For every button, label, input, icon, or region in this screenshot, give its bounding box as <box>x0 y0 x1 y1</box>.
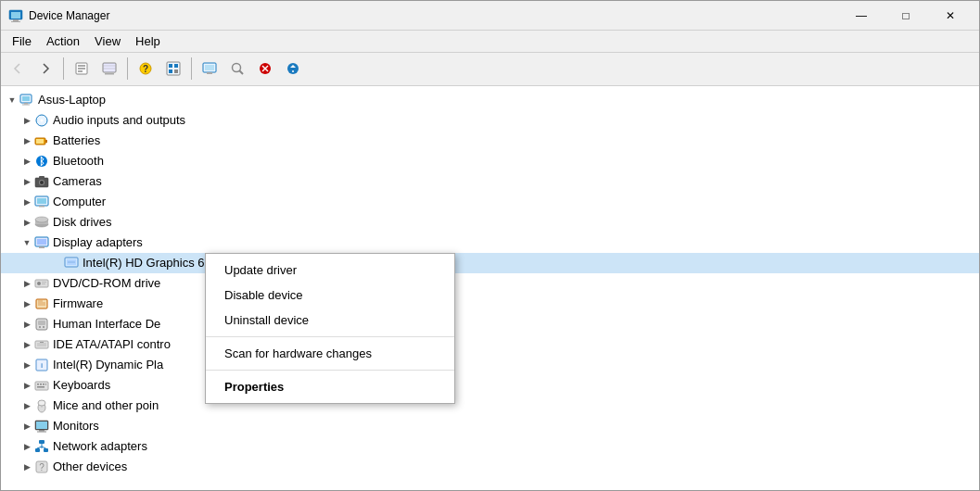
toolbar-update-button[interactable] <box>280 56 306 82</box>
tree-root[interactable]: ▼ Asus-Laptop <box>1 90 979 110</box>
ide-icon <box>34 337 49 352</box>
menu-view[interactable]: View <box>87 31 128 52</box>
svg-rect-61 <box>42 283 45 284</box>
context-menu-scan-hardware[interactable]: Scan for hardware changes <box>206 341 454 366</box>
expand-icon-bluetooth[interactable]: ▶ <box>19 154 34 169</box>
device-tree[interactable]: ▼ Asus-Laptop ▶ <box>1 86 979 490</box>
svg-point-68 <box>39 326 41 328</box>
svg-rect-88 <box>39 440 45 444</box>
monitor-icon <box>34 419 49 434</box>
tree-item-keyboards[interactable]: ▶ Keyboards <box>1 375 979 396</box>
toolbar-remove-button[interactable] <box>252 56 278 82</box>
firmware-icon <box>34 296 49 311</box>
svg-rect-16 <box>174 64 178 68</box>
svg-line-23 <box>239 70 243 74</box>
svg-rect-15 <box>169 64 172 68</box>
context-menu-uninstall-device[interactable]: Uninstall device <box>206 308 454 333</box>
tree-item-display[interactable]: ▼ Display adapters <box>1 233 979 253</box>
tree-item-intel-dyn[interactable]: ▶ i Intel(R) Dynamic Pla <box>1 355 979 375</box>
expand-icon-audio[interactable]: ▶ <box>19 113 34 128</box>
bluetooth-icon: ᛒ <box>34 154 49 169</box>
svg-point-44 <box>40 181 44 184</box>
disk-icon <box>34 215 49 230</box>
expand-icon-cameras[interactable]: ▶ <box>19 174 34 189</box>
expand-icon-mice[interactable]: ▶ <box>19 398 34 413</box>
svg-rect-76 <box>37 384 39 385</box>
toolbar-properties-button[interactable] <box>69 56 95 82</box>
tree-item-computer[interactable]: ▶ Computer <box>1 192 979 212</box>
tree-item-bluetooth[interactable]: ▶ ᛒ Bluetooth <box>1 151 979 171</box>
toolbar-show-devices-button[interactable] <box>197 56 223 82</box>
tree-label-ide: IDE ATA/ATAPI contro <box>53 337 171 351</box>
toolbar-resources-button[interactable] <box>160 56 186 82</box>
toolbar-sep-1 <box>63 57 64 80</box>
tree-item-network[interactable]: ▶ Network adapters <box>1 436 979 457</box>
context-menu-properties[interactable]: Properties <box>206 374 454 399</box>
expand-icon-display[interactable]: ▼ <box>19 235 34 250</box>
maximize-button[interactable]: □ <box>885 1 927 31</box>
tree-item-audio[interactable]: ▶ Audio inputs and outputs <box>1 110 979 131</box>
svg-rect-39 <box>36 139 44 144</box>
expand-icon-intel-dyn[interactable]: ▶ <box>19 358 34 372</box>
tree-label-audio: Audio inputs and outputs <box>53 113 185 127</box>
tree-item-disk[interactable]: ▶ Disk drives <box>1 212 979 233</box>
tree-label-intel-dyn: Intel(R) Dynamic Pla <box>53 358 163 371</box>
tree-item-other[interactable]: ▶ ? Other devices <box>1 457 979 477</box>
expand-icon-firmware[interactable]: ▶ <box>19 296 34 311</box>
expand-icon-monitors[interactable]: ▶ <box>19 419 34 434</box>
svg-rect-1 <box>11 12 20 19</box>
svg-rect-67 <box>38 321 45 325</box>
expand-icon-keyboards[interactable]: ▶ <box>19 378 34 393</box>
tree-item-dvd[interactable]: ▶ DVD/CD-ROM drive <box>1 273 979 294</box>
tree-item-mice[interactable]: ▶ Mice and other poin <box>1 396 979 416</box>
tree-item-ide[interactable]: ▶ IDE ATA/ATAPI contro <box>1 334 979 355</box>
camera-icon <box>34 174 49 189</box>
toolbar-help-button[interactable]: ? <box>133 56 159 82</box>
svg-rect-47 <box>37 198 46 204</box>
expand-icon-other[interactable]: ▶ <box>19 460 34 474</box>
toolbar-scan-button[interactable] <box>224 56 250 82</box>
expand-icon-dvd[interactable]: ▶ <box>19 276 34 291</box>
svg-rect-72 <box>40 342 44 343</box>
context-menu-sep-2 <box>206 370 454 371</box>
forward-button[interactable] <box>32 56 58 82</box>
svg-rect-3 <box>11 21 20 22</box>
menu-help[interactable]: Help <box>128 31 168 52</box>
device-manager-window: Device Manager — □ ✕ File Action View He… <box>0 0 980 491</box>
intel-platform-icon: i <box>34 358 49 372</box>
minimize-button[interactable]: — <box>840 1 883 31</box>
audio-icon <box>34 113 49 128</box>
svg-rect-86 <box>39 430 45 432</box>
network-icon <box>34 439 49 454</box>
menu-file[interactable]: File <box>5 31 39 52</box>
menu-action[interactable]: Action <box>39 31 87 52</box>
menu-bar: File Action View Help <box>1 31 979 53</box>
tree-label-monitors: Monitors <box>53 419 99 433</box>
tree-item-batteries[interactable]: ▶ Batteries <box>1 131 979 151</box>
tree-label-disk: Disk drives <box>53 215 112 229</box>
context-menu-update-driver[interactable]: Update driver <box>206 258 454 283</box>
expand-icon-computer[interactable]: ▶ <box>19 195 34 209</box>
tree-item-cameras[interactable]: ▶ Cameras <box>1 171 979 192</box>
svg-rect-60 <box>42 282 46 283</box>
expand-icon-ide[interactable]: ▶ <box>19 337 34 352</box>
tree-item-firmware[interactable]: ▶ Firmware <box>1 294 979 314</box>
svg-rect-53 <box>37 239 46 245</box>
context-menu-disable-device[interactable]: Disable device <box>206 283 454 308</box>
expand-icon-network[interactable]: ▶ <box>19 439 34 454</box>
expand-icon-hid[interactable]: ▶ <box>19 317 34 332</box>
tree-item-hid[interactable]: ▶ Human Interface De <box>1 314 979 334</box>
back-button[interactable] <box>5 56 31 82</box>
svg-rect-87 <box>37 431 46 432</box>
svg-rect-32 <box>24 103 28 105</box>
toolbar-device-list-button[interactable] <box>96 56 122 82</box>
svg-rect-20 <box>205 65 214 70</box>
hid-icon <box>34 317 49 332</box>
expand-icon-root[interactable]: ▼ <box>5 93 19 107</box>
expand-icon-disk[interactable]: ▶ <box>19 215 34 230</box>
tree-label-hid: Human Interface De <box>53 317 160 331</box>
expand-icon-batteries[interactable]: ▶ <box>19 133 34 148</box>
close-button[interactable]: ✕ <box>929 1 972 31</box>
tree-item-monitors[interactable]: ▶ Monitors <box>1 416 979 436</box>
tree-item-intel-hd[interactable]: ▶ Intel(R) HD Graphics 620 <box>1 253 979 273</box>
